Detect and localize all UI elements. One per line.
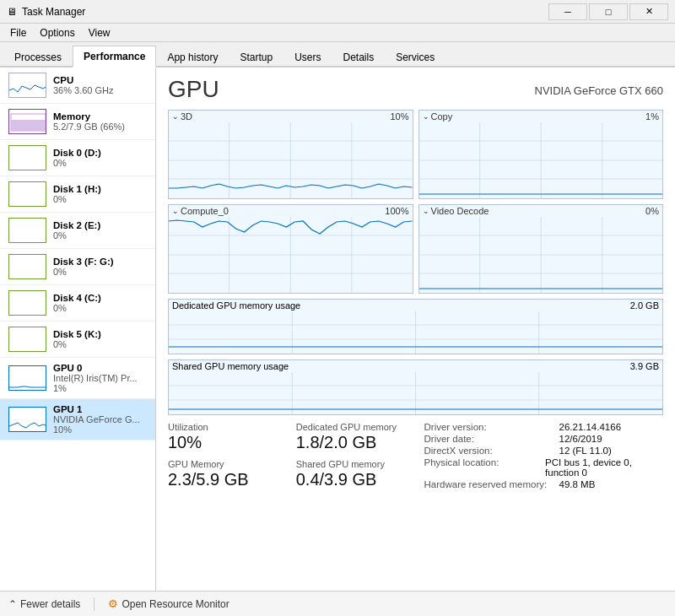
stat-shared-label: Shared GPU memory bbox=[296, 459, 416, 469]
stat-utilization-label: Utilization bbox=[168, 422, 288, 432]
tab-details[interactable]: Details bbox=[332, 46, 385, 68]
bottom-bar: ⌃ Fewer details ⚙ Open Resource Monitor bbox=[0, 591, 675, 616]
shared-gpu-header: Shared GPU memory usage 3.9 GB bbox=[169, 360, 662, 372]
title-bar-controls: ─ □ ✕ bbox=[548, 3, 668, 20]
info-row-driver-date: Driver date: 12/6/2019 bbox=[424, 434, 664, 444]
chart-copy-svg bbox=[419, 122, 663, 198]
sidebar-item-disk3[interactable]: Disk 3 (F: G:) 0% bbox=[0, 249, 155, 285]
cpu-sub: 36% 3.60 GHz bbox=[53, 85, 147, 95]
chart-3d-header: ⌄ 3D 10% bbox=[169, 111, 413, 122]
menu-bar: File Options View bbox=[0, 24, 675, 42]
tab-startup[interactable]: Startup bbox=[229, 46, 284, 68]
stat-utilization-value: 10% bbox=[168, 432, 288, 452]
cpu-label: CPU bbox=[53, 75, 147, 85]
disk2-label: Disk 2 (E:) bbox=[53, 220, 147, 230]
stats-col-1: Utilization 10% GPU Memory 2.3/5.9 GB bbox=[168, 422, 288, 496]
stat-dedicated-value: 1.8/2.0 GB bbox=[296, 432, 416, 452]
gpu-title: GPU bbox=[168, 76, 219, 103]
minimize-button[interactable]: ─ bbox=[548, 3, 587, 20]
memory-info: Memory 5.2/7.9 GB (66%) bbox=[53, 111, 147, 132]
disk4-mini-chart bbox=[8, 290, 46, 316]
info-directx-label: DirectX version: bbox=[424, 446, 559, 456]
monitor-icon: ⚙ bbox=[108, 597, 118, 610]
chart-videodecode-svg bbox=[419, 217, 663, 293]
disk4-sub: 0% bbox=[53, 303, 147, 313]
tab-users[interactable]: Users bbox=[284, 46, 332, 68]
sidebar-item-disk5[interactable]: Disk 5 (K:) 0% bbox=[0, 322, 155, 358]
stat-gpumemory-value: 2.3/5.9 GB bbox=[168, 469, 288, 489]
info-hw-reserved-label: Hardware reserved memory: bbox=[424, 479, 559, 489]
chart-3d-svg bbox=[169, 122, 413, 198]
charts-grid: ⌄ 3D 10% bbox=[168, 110, 663, 294]
open-monitor-label: Open Resource Monitor bbox=[122, 598, 229, 610]
stats-col-2: Dedicated GPU memory 1.8/2.0 GB Shared G… bbox=[296, 422, 416, 496]
tab-services[interactable]: Services bbox=[385, 46, 446, 68]
memory-sub: 5.2/7.9 GB (66%) bbox=[53, 122, 147, 132]
disk3-label: Disk 3 (F: G:) bbox=[53, 257, 147, 267]
stats-info-col: Driver version: 26.21.14.4166 Driver dat… bbox=[424, 422, 664, 496]
sidebar-item-gpu1[interactable]: GPU 1 NVIDIA GeForce G...10% bbox=[0, 399, 155, 440]
content-header: GPU NVIDIA GeForce GTX 660 bbox=[168, 76, 663, 103]
close-button[interactable]: ✕ bbox=[629, 3, 668, 20]
tab-apphistory[interactable]: App history bbox=[156, 46, 229, 68]
sidebar-item-cpu[interactable]: CPU 36% 3.60 GHz bbox=[0, 68, 155, 104]
gpu0-label: GPU 0 bbox=[53, 363, 147, 373]
stat-gpumemory-label: GPU Memory bbox=[168, 459, 288, 469]
tab-processes[interactable]: Processes bbox=[3, 46, 73, 68]
gpu1-info: GPU 1 NVIDIA GeForce G...10% bbox=[53, 404, 147, 435]
chart-compute0-inner bbox=[169, 217, 413, 293]
dedicated-gpu-header: Dedicated GPU memory usage 2.0 GB bbox=[169, 300, 662, 311]
menu-file[interactable]: File bbox=[3, 25, 33, 41]
info-row-hw-reserved: Hardware reserved memory: 49.8 MB bbox=[424, 479, 664, 489]
maximize-button[interactable]: □ bbox=[589, 3, 628, 20]
chart-videodecode-title: Video Decode bbox=[431, 206, 489, 216]
chart-copy-header: ⌄ Copy 1% bbox=[419, 111, 663, 122]
info-driver-version-label: Driver version: bbox=[424, 422, 559, 432]
shared-gpu-svg bbox=[169, 372, 662, 414]
sidebar-item-disk2[interactable]: Disk 2 (E:) 0% bbox=[0, 213, 155, 249]
gpu1-mini-chart bbox=[8, 407, 46, 432]
chart-compute0-arrow: ⌄ bbox=[172, 207, 179, 215]
sidebar-item-disk4[interactable]: Disk 4 (C:) 0% bbox=[0, 285, 155, 322]
gpu0-sub: Intel(R) Iris(TM) Pr...1% bbox=[53, 373, 147, 393]
menu-view[interactable]: View bbox=[82, 25, 117, 41]
stat-shared-value: 0.4/3.9 GB bbox=[296, 469, 416, 489]
disk2-info: Disk 2 (E:) 0% bbox=[53, 220, 147, 240]
disk3-mini-chart bbox=[8, 254, 46, 279]
sidebar-item-disk1[interactable]: Disk 1 (H:) 0% bbox=[0, 176, 155, 213]
sidebar-item-gpu0[interactable]: GPU 0 Intel(R) Iris(TM) Pr...1% bbox=[0, 358, 155, 399]
sidebar-item-disk0[interactable]: Disk 0 (D:) 0% bbox=[0, 140, 155, 176]
svg-rect-1 bbox=[11, 120, 46, 131]
menu-options[interactable]: Options bbox=[33, 25, 81, 41]
app-title: Task Manager bbox=[22, 6, 85, 18]
chart-videodecode-value: 0% bbox=[645, 206, 659, 216]
disk2-mini-chart bbox=[8, 218, 46, 243]
chart-copy-arrow: ⌄ bbox=[423, 112, 429, 121]
chart-3d-value: 10% bbox=[390, 111, 408, 122]
chart-compute0-title: Compute_0 bbox=[181, 206, 229, 216]
shared-gpu-panel: Shared GPU memory usage 3.9 GB bbox=[168, 359, 663, 415]
gpu-model: NVIDIA GeForce GTX 660 bbox=[535, 76, 663, 97]
disk0-sub: 0% bbox=[53, 158, 147, 168]
tab-performance[interactable]: Performance bbox=[73, 46, 156, 68]
disk0-info: Disk 0 (D:) 0% bbox=[53, 148, 147, 168]
disk1-sub: 0% bbox=[53, 194, 147, 204]
chart-videodecode-label: ⌄ Video Decode bbox=[423, 206, 489, 216]
chart-copy: ⌄ Copy 1% bbox=[418, 110, 664, 199]
memory-label: Memory bbox=[53, 111, 147, 122]
disk1-label: Disk 1 (H:) bbox=[53, 184, 147, 194]
open-monitor-button[interactable]: ⚙ Open Resource Monitor bbox=[108, 597, 229, 610]
chart-3d-inner bbox=[169, 122, 413, 198]
chart-copy-label: ⌄ Copy bbox=[423, 111, 453, 122]
dedicated-gpu-panel: Dedicated GPU memory usage 2.0 GB bbox=[168, 299, 663, 354]
sidebar-item-memory[interactable]: Memory 5.2/7.9 GB (66%) bbox=[0, 104, 155, 140]
shared-gpu-label: Shared GPU memory usage bbox=[172, 361, 289, 371]
gpu1-label: GPU 1 bbox=[53, 404, 147, 414]
chart-videodecode-inner bbox=[419, 217, 663, 293]
title-bar: 🖥 Task Manager ─ □ ✕ bbox=[0, 0, 675, 24]
stats-section: Utilization 10% GPU Memory 2.3/5.9 GB De… bbox=[168, 422, 663, 496]
fewer-details-button[interactable]: ⌃ Fewer details bbox=[8, 598, 80, 610]
disk1-mini-chart bbox=[8, 181, 46, 207]
dedicated-gpu-svg bbox=[169, 311, 662, 354]
chart-compute0-label: ⌄ Compute_0 bbox=[172, 206, 229, 216]
